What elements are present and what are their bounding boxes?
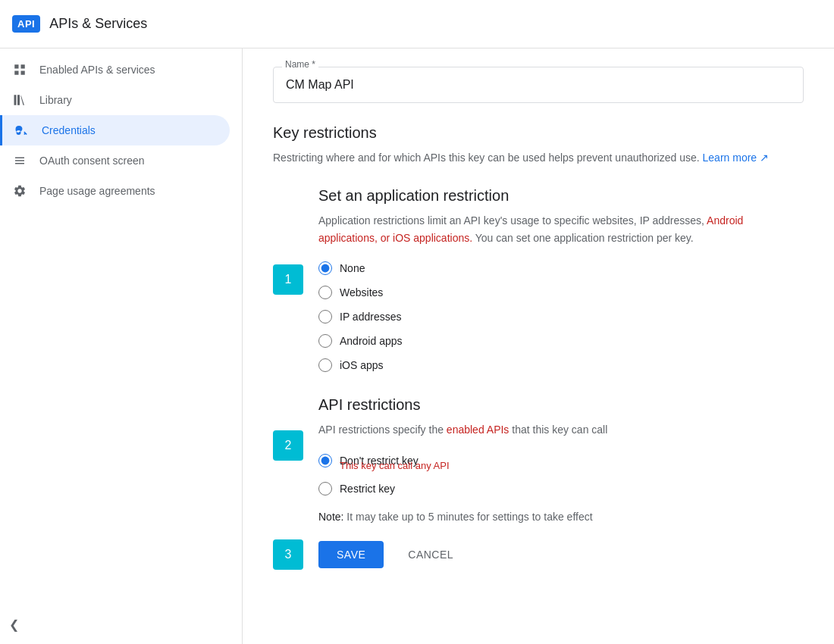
radio-dont-restrict[interactable] (318, 454, 332, 467)
name-input[interactable] (273, 67, 804, 103)
application-restriction-section: 1 Set an application restriction Applica… (318, 187, 804, 372)
key-restrictions-desc: Restricting where and for which APIs thi… (273, 149, 804, 166)
app-restriction-desc-text1: Application restrictions limit an API ke… (318, 214, 707, 227)
api-badge: API (12, 15, 40, 33)
app-restriction-title: Set an application restriction (318, 187, 804, 205)
radio-ip[interactable] (318, 310, 332, 324)
app-restriction-radio-group: None Websites IP addresses Android apps … (318, 261, 804, 372)
radio-none-label[interactable]: None (340, 262, 365, 274)
settings-icon (12, 183, 27, 199)
sidebar-collapse-button[interactable]: ❮ (9, 617, 19, 632)
main-content: Name * Key restrictions Restricting wher… (243, 48, 834, 644)
note-section: Note: It may take up to 5 minutes for se… (318, 511, 804, 523)
note-content: It may take up to 5 minutes for settings… (346, 511, 592, 523)
name-field-group: Name * (273, 67, 804, 103)
sidebar-item-oauth-consent[interactable]: OAuth consent screen (0, 145, 230, 176)
name-field-wrapper: Name * (273, 67, 804, 103)
svg-rect-3 (21, 71, 25, 75)
step-badge-3: 3 (273, 539, 303, 570)
api-restrictions-desc-text: API restrictions specify the (318, 424, 447, 436)
external-link-icon: ↗ (760, 152, 769, 164)
sidebar-label-oauth: OAuth consent screen (39, 155, 145, 167)
api-restriction-radio-group: Don't restrict key This key can call any… (318, 454, 804, 496)
learn-more-link[interactable]: Learn more ↗ (703, 152, 769, 164)
sidebar-label-enabled-apis: Enabled APIs & services (39, 64, 155, 76)
radio-websites-label[interactable]: Websites (340, 286, 383, 299)
api-restrictions-highlight: enabled APIs (447, 424, 509, 436)
radio-ip-label[interactable]: IP addresses (340, 311, 401, 323)
radio-item-restrict-key[interactable]: Restrict key (318, 482, 804, 496)
app-restriction-desc: Application restrictions limit an API ke… (318, 212, 804, 246)
app-restriction-desc-text2: You can set one application restriction … (472, 232, 694, 244)
radio-android-label[interactable]: Android apps (340, 335, 403, 347)
key-restrictions-title: Key restrictions (273, 124, 804, 142)
key-restrictions-section: Key restrictions Restricting where and f… (273, 124, 804, 166)
sidebar-label-page-usage: Page usage agreements (39, 185, 155, 197)
radio-dont-restrict-sublabel: This key can call any API (340, 460, 804, 471)
save-button[interactable]: SAVE (318, 541, 384, 568)
radio-restrict-key[interactable] (318, 482, 332, 496)
radio-item-android[interactable]: Android apps (318, 334, 804, 348)
api-restrictions-desc-text2: that this key can call (509, 424, 607, 436)
note-text: Note: It may take up to 5 minutes for se… (318, 511, 804, 523)
svg-rect-1 (21, 64, 25, 68)
svg-rect-5 (17, 95, 20, 105)
api-restrictions-title: API restrictions (318, 396, 804, 414)
svg-rect-2 (14, 71, 18, 75)
radio-restrict-key-label[interactable]: Restrict key (340, 483, 395, 495)
radio-websites[interactable] (318, 286, 332, 299)
api-restrictions-section: 2 API restrictions API restrictions spec… (318, 396, 804, 495)
action-section: 3 SAVE CANCEL (318, 541, 804, 568)
sidebar-item-page-usage[interactable]: Page usage agreements (0, 176, 230, 206)
radio-item-ip[interactable]: IP addresses (318, 310, 804, 324)
sidebar-label-credentials: Credentials (42, 124, 96, 136)
radio-wrapper-dont-restrict: Don't restrict key This key can call any… (318, 454, 804, 471)
radio-item-ios[interactable]: iOS apps (318, 358, 804, 372)
top-bar-title: APIs & Services (49, 16, 147, 32)
key-restrictions-desc-text: Restricting where and for which APIs thi… (273, 152, 700, 164)
svg-rect-4 (14, 95, 17, 105)
top-bar: API APIs & Services (0, 0, 834, 48)
step-badge-1: 1 (273, 264, 303, 295)
svg-rect-0 (14, 64, 18, 68)
sidebar-item-enabled-apis[interactable]: Enabled APIs & services (0, 55, 230, 85)
cancel-button[interactable]: CANCEL (396, 541, 466, 568)
note-label: Note: (318, 511, 343, 523)
grid-icon (12, 62, 27, 77)
radio-ios[interactable] (318, 358, 332, 372)
sidebar: Enabled APIs & services Library Credenti… (0, 48, 243, 644)
sidebar-label-library: Library (39, 94, 72, 106)
radio-android[interactable] (318, 334, 332, 348)
consent-icon (12, 153, 27, 168)
name-label: Name * (282, 59, 318, 70)
key-icon (14, 123, 30, 138)
radio-item-none[interactable]: None (318, 261, 804, 275)
radio-ios-label[interactable]: iOS apps (340, 359, 384, 371)
library-icon (12, 92, 27, 108)
radio-item-websites[interactable]: Websites (318, 286, 804, 299)
api-restrictions-desc: API restrictions specify the enabled API… (318, 421, 804, 438)
radio-none[interactable] (318, 261, 332, 275)
action-bar: SAVE CANCEL (318, 541, 804, 568)
layout: Enabled APIs & services Library Credenti… (0, 48, 834, 644)
step-badge-2: 2 (273, 430, 303, 461)
sidebar-item-library[interactable]: Library (0, 85, 230, 115)
sidebar-item-credentials[interactable]: Credentials (0, 115, 230, 145)
